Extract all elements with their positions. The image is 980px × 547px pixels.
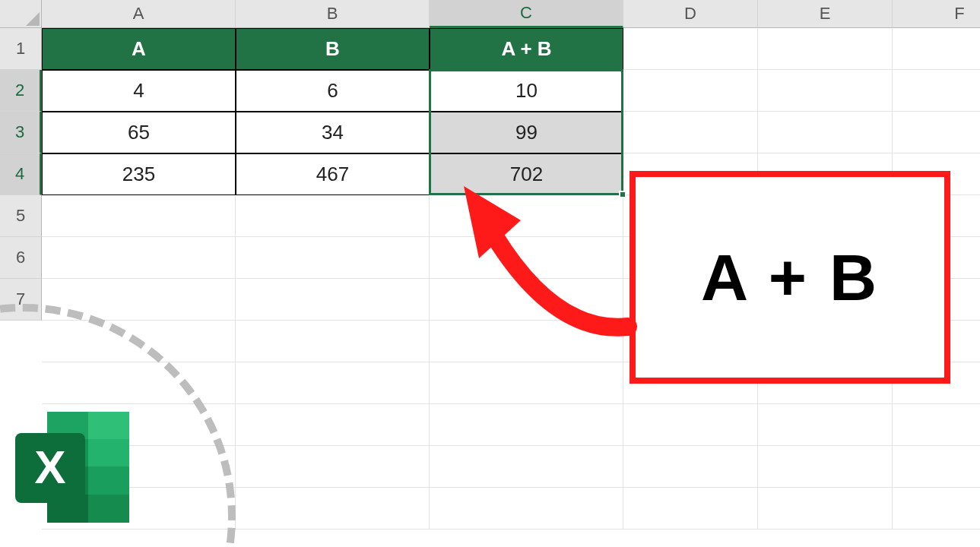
row-header-6[interactable]: 6 [0, 237, 42, 279]
col-label: E [820, 4, 831, 24]
col-label: F [954, 4, 964, 24]
table-header-c[interactable]: A + B [430, 28, 623, 70]
svg-marker-0 [26, 12, 40, 26]
row-header-4[interactable]: 4 [0, 153, 42, 195]
col-header-b[interactable]: B [236, 0, 430, 28]
cell[interactable] [893, 446, 980, 488]
cell[interactable] [236, 195, 430, 237]
cell[interactable] [623, 488, 758, 530]
excel-logo-icon: X [11, 403, 140, 532]
cell[interactable] [430, 488, 623, 530]
col-header-d[interactable]: D [623, 0, 758, 28]
cell[interactable] [893, 28, 980, 70]
cell-value: 235 [122, 163, 155, 186]
row-header-2[interactable]: 2 [0, 70, 42, 112]
select-all-triangle-icon [26, 12, 40, 26]
cell[interactable] [623, 70, 758, 112]
cell[interactable] [430, 195, 623, 237]
cell-value: 4 [133, 79, 144, 103]
header-label: A [132, 37, 146, 61]
col-label: B [327, 4, 338, 24]
cell[interactable] [758, 28, 893, 70]
col-label: A [133, 4, 144, 24]
header-label: B [325, 37, 340, 61]
row-header-5[interactable]: 5 [0, 195, 42, 237]
cell[interactable] [430, 446, 623, 488]
cell[interactable] [430, 321, 623, 362]
cell[interactable] [893, 112, 980, 153]
cell-value: 34 [322, 121, 344, 144]
cell[interactable] [623, 112, 758, 153]
svg-text:X: X [34, 441, 65, 493]
cell-a2[interactable]: 4 [42, 70, 236, 112]
cell[interactable] [430, 237, 623, 279]
cell-value: 65 [128, 121, 150, 144]
cell[interactable] [236, 446, 430, 488]
cell-b4[interactable]: 467 [236, 153, 430, 195]
cell[interactable] [623, 404, 758, 446]
cell[interactable] [430, 404, 623, 446]
select-all-corner[interactable] [0, 0, 42, 28]
cell-value: 6 [327, 79, 338, 103]
cell-c3[interactable]: 99 [430, 112, 623, 153]
cell[interactable] [758, 112, 893, 153]
svg-rect-9 [88, 495, 129, 523]
row-label: 2 [15, 81, 24, 100]
cell[interactable] [430, 279, 623, 321]
cell[interactable] [623, 446, 758, 488]
svg-rect-3 [88, 412, 129, 439]
cell[interactable] [893, 70, 980, 112]
table-header-b[interactable]: B [236, 28, 430, 70]
col-header-f[interactable]: F [893, 0, 980, 28]
cell-value: 467 [316, 163, 349, 186]
cell[interactable] [758, 404, 893, 446]
cell-c4[interactable]: 702 [430, 153, 623, 195]
cell[interactable] [758, 488, 893, 530]
cell[interactable] [236, 237, 430, 279]
col-header-c[interactable]: C [430, 0, 623, 28]
cell-a3[interactable]: 65 [42, 112, 236, 153]
annotation-callout: A + B [630, 171, 950, 384]
svg-rect-7 [88, 466, 129, 495]
svg-rect-5 [88, 439, 129, 466]
cell[interactable] [893, 488, 980, 530]
cell-c2[interactable]: 10 [430, 70, 623, 112]
cell[interactable] [236, 404, 430, 446]
row-label: 5 [16, 206, 25, 226]
cell-b2[interactable]: 6 [236, 70, 430, 112]
cell-value: 702 [510, 163, 543, 186]
callout-text: A + B [701, 240, 879, 315]
row-label: 3 [15, 122, 24, 142]
row-label: 1 [16, 39, 25, 58]
table-header-a[interactable]: A [42, 28, 236, 70]
cell[interactable] [42, 195, 236, 237]
cell-value: 99 [515, 121, 538, 144]
cell[interactable] [236, 279, 430, 321]
row-header-3[interactable]: 3 [0, 112, 42, 153]
col-header-e[interactable]: E [758, 0, 893, 28]
row-label: 4 [15, 164, 24, 184]
cell-a4[interactable]: 235 [42, 153, 236, 195]
cell[interactable] [236, 362, 430, 404]
cell[interactable] [758, 446, 893, 488]
cell[interactable] [42, 237, 236, 279]
cell[interactable] [758, 70, 893, 112]
col-label: C [520, 3, 532, 23]
row-label: 6 [16, 248, 25, 267]
cell[interactable] [623, 28, 758, 70]
row-header-1[interactable]: 1 [0, 28, 42, 70]
cell[interactable] [236, 321, 430, 362]
cell[interactable] [893, 404, 980, 446]
cell[interactable] [430, 362, 623, 404]
cell-b3[interactable]: 34 [236, 112, 430, 153]
col-label: D [684, 4, 696, 24]
spreadsheet: A B C D E F 1 2 3 4 5 6 7 [0, 0, 980, 547]
header-label: A + B [501, 37, 551, 61]
cell-value: 10 [515, 79, 538, 103]
cell[interactable] [236, 488, 430, 530]
col-header-a[interactable]: A [42, 0, 236, 28]
